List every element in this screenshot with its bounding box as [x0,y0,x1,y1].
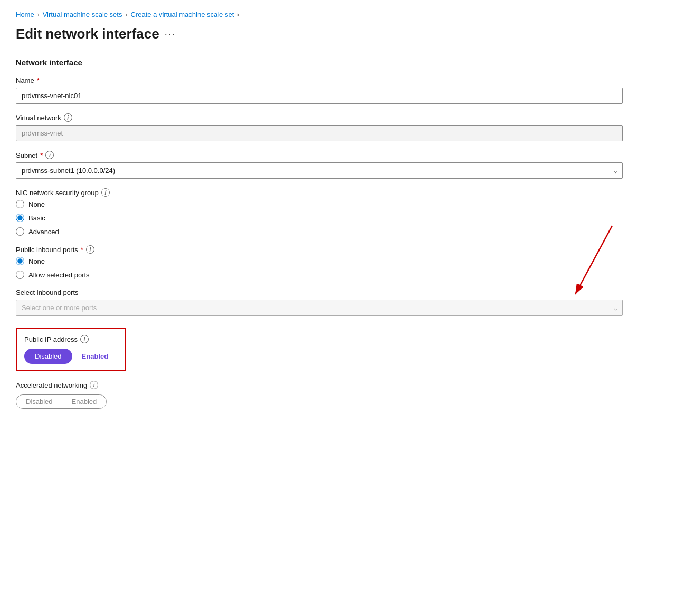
public-ip-address-group: Public IP address i Disabled Enabled [16,325,623,371]
accelerated-networking-toggle: Disabled Enabled [16,394,107,409]
name-input[interactable] [16,88,623,104]
nic-security-label: NIC network security group i [16,188,623,197]
public-inbound-none-label: None [28,257,45,265]
subnet-select[interactable]: prdvmss-subnet1 (10.0.0.0/24) [16,162,623,179]
virtual-network-label: Virtual network i [16,113,623,122]
name-group: Name * [16,76,623,104]
select-inbound-select[interactable]: Select one or more ports [16,300,623,316]
nic-security-advanced-label: Advanced [28,228,59,236]
breadcrumb-vmss[interactable]: Virtual machine scale sets [43,11,122,18]
section-title: Network interface [16,58,623,67]
nic-security-basic-label: Basic [28,214,45,222]
public-inbound-allow-radio[interactable] [16,271,24,279]
public-inbound-ports-label: Public inbound ports * i [16,245,623,254]
public-inbound-none-radio[interactable] [16,257,24,265]
subnet-select-wrapper: prdvmss-subnet1 (10.0.0.0/24) ⌵ [16,162,623,179]
breadcrumb-sep-3: › [237,11,239,18]
breadcrumb: Home › Virtual machine scale sets › Crea… [16,11,623,18]
public-inbound-info-icon[interactable]: i [86,245,94,254]
nic-security-radio-group: None Basic Advanced [16,200,623,236]
public-ip-disabled-button[interactable]: Disabled [24,349,72,364]
accelerated-networking-group: Accelerated networking i Disabled Enable… [16,381,623,409]
name-label: Name * [16,76,623,84]
public-inbound-ports-group: Public inbound ports * i None Allow sele… [16,245,623,279]
public-ip-label: Public IP address i [24,335,118,343]
name-required: * [37,76,40,84]
subnet-label: Subnet * i [16,151,623,159]
select-inbound-ports-label: Select inbound ports [16,288,623,296]
public-inbound-required: * [81,246,83,254]
public-inbound-allow[interactable]: Allow selected ports [16,271,623,279]
breadcrumb-sep-1: › [37,11,40,18]
virtual-network-input [16,125,623,141]
breadcrumb-sep-2: › [125,11,127,18]
subnet-info-icon[interactable]: i [45,151,54,159]
nic-security-basic-radio[interactable] [16,214,24,222]
accelerated-disabled-button[interactable]: Disabled [16,395,62,408]
ellipsis-button[interactable]: ··· [165,28,176,40]
nic-security-advanced-radio[interactable] [16,227,24,236]
public-inbound-radio-group: None Allow selected ports [16,257,623,279]
nic-security-none[interactable]: None [16,200,623,208]
subnet-group: Subnet * i prdvmss-subnet1 (10.0.0.0/24)… [16,151,623,179]
select-inbound-ports-group: Select inbound ports Select one or more … [16,288,623,316]
nic-security-none-radio[interactable] [16,200,24,208]
public-inbound-allow-label: Allow selected ports [28,271,90,279]
breadcrumb-home[interactable]: Home [16,11,34,18]
breadcrumb-create[interactable]: Create a virtual machine scale set [130,11,234,18]
nic-security-advanced[interactable]: Advanced [16,227,623,236]
page-title-row: Edit network interface ··· [16,26,623,42]
public-ip-info-icon[interactable]: i [80,335,89,343]
virtual-network-group: Virtual network i [16,113,623,141]
accelerated-networking-info-icon[interactable]: i [90,381,98,389]
public-ip-highlight-box: Public IP address i Disabled Enabled [16,328,126,371]
page-title: Edit network interface [16,26,159,42]
public-inbound-none[interactable]: None [16,257,623,265]
select-inbound-wrapper: Select one or more ports ⌵ [16,300,623,316]
public-ip-toggle: Disabled Enabled [24,349,118,364]
accelerated-enabled-button[interactable]: Enabled [62,395,107,408]
virtual-network-info-icon[interactable]: i [64,113,72,122]
nic-security-basic[interactable]: Basic [16,214,623,222]
nic-security-info-icon[interactable]: i [101,188,110,197]
nic-security-group: NIC network security group i None Basic … [16,188,623,236]
accelerated-networking-label: Accelerated networking i [16,381,623,389]
subnet-required: * [40,151,43,159]
public-ip-enabled-button[interactable]: Enabled [72,349,118,364]
nic-security-none-label: None [28,200,45,208]
